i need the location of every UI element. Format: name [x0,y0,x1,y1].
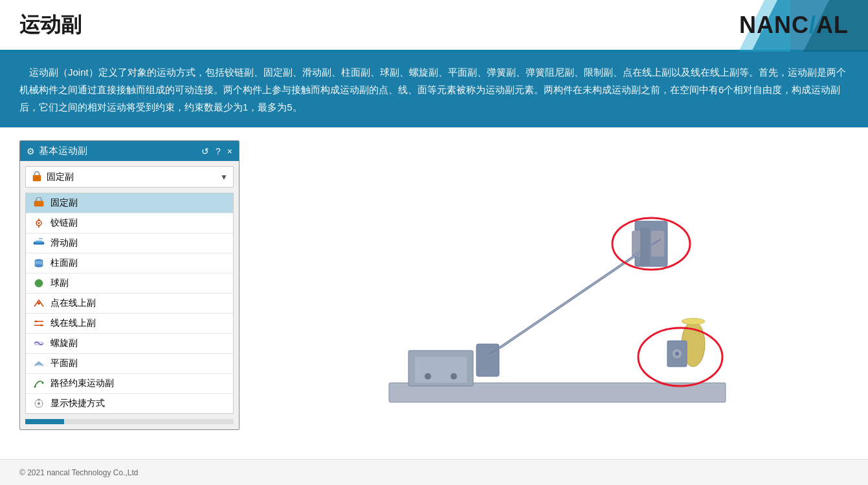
header: 运动副 NANC/AL [0,0,868,52]
svg-rect-11 [36,241,42,242]
dialog-dropdown[interactable]: 固定副 ▼ [25,166,234,188]
svg-point-7 [38,222,40,224]
description-text: 运动副（Joint）定义了对象的运动方式，包括铰链副、固定副、滑动副、柱面副、球… [19,67,846,113]
copyright-text: © 2021 nancal Technology Co.,Ltd [19,468,138,477]
shortcut-icon [32,397,45,410]
help-button[interactable]: ? [216,146,221,156]
scrollbar-thumb[interactable] [25,419,64,424]
svg-point-16 [35,279,43,287]
svg-point-30 [425,373,431,380]
list-item-label: 路径约束运动副 [50,378,114,389]
footer: © 2021 nancal Technology Co.,Ltd [0,459,868,485]
fixed-icon [32,197,45,210]
diagram-panel [265,140,849,444]
dialog-window: ⚙ 基本运动副 ↺ ? × [19,140,239,430]
svg-point-20 [41,325,43,327]
svg-rect-32 [476,344,499,376]
svg-point-23 [42,382,44,384]
dialog-list: 固定副 铰链副 [25,193,234,414]
diagram-svg [357,156,758,428]
list-item-label: 球副 [50,277,69,289]
list-item[interactable]: 点在线上副 [26,294,233,314]
gear-icon: ⚙ [27,146,35,156]
ball-icon [32,277,45,290]
refresh-button[interactable]: ↺ [201,146,209,156]
list-item-label: 柱面副 [50,257,78,269]
list-item[interactable]: 柱面副 [26,253,233,274]
svg-rect-42 [640,228,650,266]
svg-rect-5 [34,201,43,206]
svg-point-38 [682,318,705,325]
list-item[interactable]: 固定副 [26,193,233,213]
svg-point-18 [38,302,40,305]
svg-marker-36 [489,239,661,354]
dropdown-selected-value: 固定副 [47,171,74,183]
point-on-line-icon [32,297,45,310]
list-item[interactable]: 螺旋副 [26,334,233,354]
dialog-scrollbar[interactable] [25,419,234,424]
main-content: ⚙ 基本运动副 ↺ ? × [0,127,868,457]
dropdown-arrow-icon: ▼ [220,173,228,182]
list-item-label: 点在线上副 [50,297,96,309]
svg-point-15 [35,264,43,267]
list-item-label: 固定副 [50,197,78,209]
svg-point-4 [36,177,38,179]
list-item[interactable]: 路径约束运动副 [26,374,233,394]
dropdown-left: 固定副 [31,170,74,184]
list-item[interactable]: 铰链副 [26,213,233,233]
dialog-titlebar-left: ⚙ 基本运动副 [27,145,87,157]
svg-point-31 [451,373,457,380]
svg-point-19 [36,321,38,323]
svg-point-26 [38,399,40,401]
line-on-line-icon [32,317,45,330]
list-item[interactable]: 线在线上副 [26,314,233,334]
cylinder-icon [32,257,45,270]
screw-icon [32,337,45,350]
hinge-icon [32,217,45,230]
dialog-panel: ⚙ 基本运动副 ↺ ? × [19,140,239,444]
list-item-label: 平面副 [50,358,78,369]
dialog-titlebar: ⚙ 基本运动副 ↺ ? × [20,141,239,161]
dropdown-icon [31,170,43,184]
list-item-label: 铰链副 [50,217,78,229]
list-item[interactable]: 球副 [26,274,233,294]
list-item-label: 滑动副 [50,237,78,249]
list-item[interactable]: 显示快捷方式 [26,394,233,413]
path-icon [32,377,45,390]
slide-icon [32,237,45,250]
svg-point-25 [38,402,40,405]
svg-rect-29 [415,357,467,383]
list-item[interactable]: 平面副 [26,354,233,374]
plane-icon [32,357,45,370]
page-title: 运动副 [19,11,82,39]
list-item-label: 显示快捷方式 [50,398,105,409]
dialog-title: 基本运动副 [39,145,87,157]
logo: NANC/AL [739,12,849,39]
close-button[interactable]: × [227,146,232,156]
svg-point-41 [675,352,679,356]
description-box: 运动副（Joint）定义了对象的运动方式，包括铰链副、固定副、滑动副、柱面副、球… [0,52,868,127]
dialog-controls: ↺ ? × [201,146,232,156]
svg-point-22 [34,386,36,388]
list-item[interactable]: 滑动副 [26,233,233,253]
list-item-label: 线在线上副 [50,318,96,329]
list-item-label: 螺旋副 [50,338,78,349]
